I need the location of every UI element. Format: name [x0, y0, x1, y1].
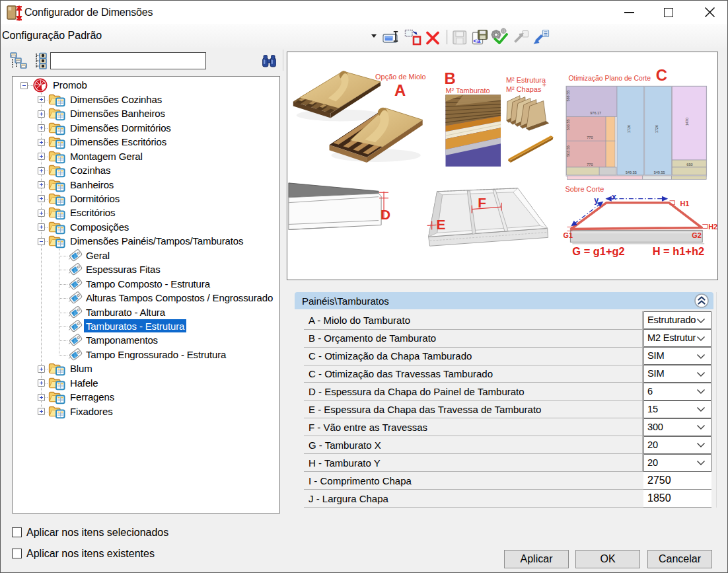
svg-text:1726: 1726 — [627, 125, 631, 133]
svg-text:+: + — [542, 81, 546, 89]
svg-text:G2: G2 — [692, 231, 702, 239]
svg-text:588.55: 588.55 — [566, 91, 570, 102]
svg-text:976.17: 976.17 — [590, 111, 601, 115]
svg-text:Opção de Miolo: Opção de Miolo — [375, 73, 426, 81]
svg-text:549.55: 549.55 — [654, 171, 665, 174]
svg-text:503.55: 503.55 — [566, 145, 570, 157]
svg-text:549.55: 549.55 — [626, 171, 637, 174]
svg-text:M² Estrutura: M² Estrutura — [506, 76, 546, 84]
svg-text:B: B — [445, 69, 456, 87]
svg-text:1726: 1726 — [655, 125, 659, 133]
svg-text:G1: G1 — [563, 231, 573, 239]
svg-text:770: 770 — [587, 135, 593, 139]
svg-text:770: 770 — [587, 163, 593, 167]
svg-text:H = h1+h2: H = h1+h2 — [653, 245, 704, 257]
svg-text:F: F — [478, 195, 486, 210]
svg-text:Otimização Plano de Corte: Otimização Plano de Corte — [568, 75, 651, 82]
svg-text:x: x — [612, 192, 616, 202]
svg-text:G = g1+g2: G = g1+g2 — [572, 245, 624, 257]
svg-text:M² Tamburato: M² Tamburato — [446, 87, 490, 95]
svg-text:E: E — [437, 217, 446, 232]
svg-text:M² Chapas: M² Chapas — [506, 85, 542, 93]
svg-text:H1: H1 — [680, 200, 689, 208]
svg-text:A: A — [394, 81, 406, 99]
svg-text:1470: 1470 — [685, 118, 689, 126]
svg-text:Sobre Corte: Sobre Corte — [565, 185, 604, 193]
svg-text:503.55: 503.55 — [566, 119, 570, 130]
svg-text:H2: H2 — [708, 223, 717, 231]
svg-text:y: y — [594, 196, 599, 205]
svg-text:D: D — [381, 207, 390, 222]
svg-text:C: C — [656, 66, 667, 84]
svg-text:650: 650 — [686, 163, 692, 167]
